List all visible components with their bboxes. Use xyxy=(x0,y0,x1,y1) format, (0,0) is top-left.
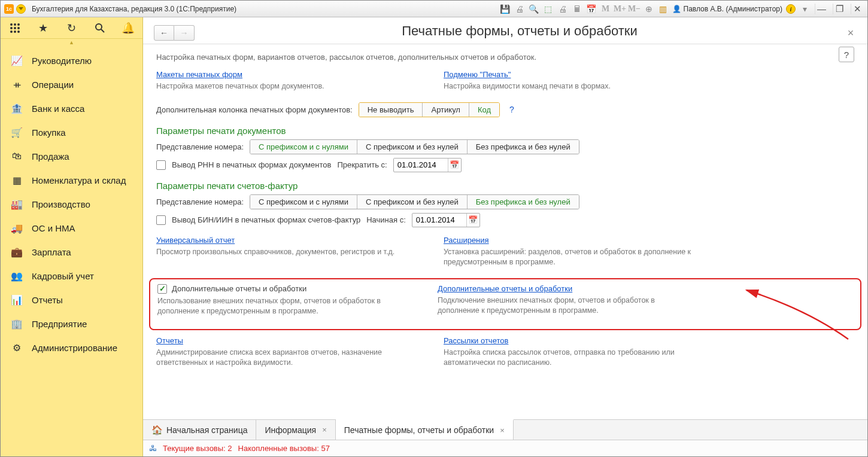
panels-icon[interactable]: ▥ xyxy=(658,4,669,14)
date-stop-from: 📅 xyxy=(393,158,462,172)
sidebar-item-manager[interactable]: 📈Руководителю xyxy=(1,48,142,72)
addcol-segmented: Не выводить Артикул Код xyxy=(359,102,500,117)
window-restore[interactable]: ❐ xyxy=(833,4,846,14)
info-icon[interactable]: i xyxy=(786,4,796,14)
current-user[interactable]: 👤 Павлов А.В. (Администратор) xyxy=(672,5,783,13)
tab-info[interactable]: Информация × xyxy=(256,420,335,440)
nav-back-button[interactable]: ← xyxy=(154,25,174,41)
checkbox-additional-reports-label: Дополнительные отчеты и обработки xyxy=(172,284,306,293)
addcol-help[interactable]: ? xyxy=(509,105,514,114)
repr-sf-opt2[interactable]: С префиксом и без нулей xyxy=(357,195,468,209)
tab-info-close[interactable]: × xyxy=(322,425,327,434)
sidebar-collapse-handle[interactable]: ▲ xyxy=(1,39,142,46)
calc-icon[interactable]: 🖩 xyxy=(572,4,582,14)
star-icon[interactable]: ★ xyxy=(36,21,50,35)
calendar-picker-icon[interactable]: 📅 xyxy=(448,159,461,172)
sidebar-item-purchase[interactable]: 🛒Покупка xyxy=(1,120,142,144)
addcol-opt-article[interactable]: Артикул xyxy=(423,103,469,117)
window-title: Бухгалтерия для Казахстана, редакция 3.0… xyxy=(32,5,236,13)
addcol-opt-none[interactable]: Не выводить xyxy=(359,103,423,117)
sidebar-item-label: Продажа xyxy=(32,151,69,162)
sidebar-item-assets[interactable]: 🚚ОС и НМА xyxy=(1,216,142,240)
tab-info-label: Информация xyxy=(265,425,316,435)
sidebar-item-admin[interactable]: ⚙Администрирование xyxy=(1,336,142,359)
addcol-opt-code[interactable]: Код xyxy=(469,103,499,117)
bank-icon: 🏦 xyxy=(10,102,23,114)
tab-home[interactable]: 🏠 Начальная страница xyxy=(143,420,256,440)
help-button[interactable]: ? xyxy=(839,47,854,62)
tab-current[interactable]: Печатные формы, отчеты и обработки × xyxy=(336,419,514,440)
link-print-submenu[interactable]: Подменю "Печать" xyxy=(444,70,511,79)
sidebar-item-sale[interactable]: 🛍Продажа xyxy=(1,144,142,168)
bell-icon[interactable]: 🔔 xyxy=(121,21,135,35)
sidebar-item-label: Банк и касса xyxy=(32,103,84,114)
print2-icon[interactable]: 🖨 xyxy=(557,4,568,14)
sidebar-item-production[interactable]: 🏭Производство xyxy=(1,192,142,216)
repr-docs-segmented: С префиксом и с нулями С префиксом и без… xyxy=(250,139,579,154)
calendar-icon[interactable]: 📅 xyxy=(586,4,597,14)
search-icon[interactable] xyxy=(93,21,107,35)
user-name: Павлов А.В. (Администратор) xyxy=(684,5,783,13)
addcol-label: Дополнительная колонка печатных форм док… xyxy=(156,105,353,114)
svg-point-6 xyxy=(10,31,13,33)
zoom-icon[interactable]: ⊕ xyxy=(644,4,654,14)
people-icon: 👥 xyxy=(10,270,23,282)
window-minimize[interactable]: — xyxy=(815,4,828,14)
page-description: Настройка печатных форм, вариантов отчет… xyxy=(156,53,854,62)
compare-icon[interactable]: ⬚ xyxy=(543,4,554,14)
page-title: Печатные формы, отчеты и обработки xyxy=(195,22,845,44)
preview-icon[interactable]: 🔍 xyxy=(529,4,539,14)
sidebar-item-salary[interactable]: 💼Зарплата xyxy=(1,240,142,264)
m-minus-icon[interactable]: M− xyxy=(629,4,640,14)
link-additional-reports[interactable]: Дополнительные отчеты и обработки xyxy=(438,284,572,293)
grid-icon[interactable] xyxy=(8,21,22,35)
m-icon[interactable]: M xyxy=(600,4,611,14)
link-universal-report[interactable]: Универсальный отчет xyxy=(156,236,235,245)
titlebar: 1c Бухгалтерия для Казахстана, редакция … xyxy=(1,1,867,17)
gear-icon: ⚙ xyxy=(10,342,23,354)
sidebar-item-label: Покупка xyxy=(32,127,66,138)
link-print-layouts[interactable]: Макеты печатных форм xyxy=(156,70,242,79)
date-stop-from-input[interactable] xyxy=(394,159,448,171)
page-close-button[interactable]: × xyxy=(845,27,857,39)
status-bar: 🖧 Текущие вызовы: 2 Накопленные вызовы: … xyxy=(143,440,867,456)
sidebar-item-reports[interactable]: 📊Отчеты xyxy=(1,288,142,312)
calendar-picker-icon[interactable]: 📅 xyxy=(466,214,479,227)
link-mailings[interactable]: Рассылки отчетов xyxy=(444,336,508,345)
link-extensions[interactable]: Расширения xyxy=(444,236,489,245)
dropdown-icon[interactable]: ▾ xyxy=(799,4,810,14)
tab-current-label: Печатные формы, отчеты и обработки xyxy=(344,425,494,435)
window-close[interactable]: ✕ xyxy=(851,4,864,14)
repr-docs-opt3[interactable]: Без префикса и без нулей xyxy=(468,140,579,154)
checkbox-bin[interactable] xyxy=(156,215,166,225)
repr-sf-opt1[interactable]: С префиксом и с нулями xyxy=(250,195,357,209)
m-plus-icon[interactable]: M+ xyxy=(615,4,626,14)
sidebar-item-label: Зарплата xyxy=(32,247,71,257)
save-icon[interactable]: 💾 xyxy=(500,4,511,14)
tree-icon: ᚑ xyxy=(10,78,23,90)
sidebar-item-enterprise[interactable]: 🏢Предприятие xyxy=(1,312,142,336)
checkbox-additional-reports[interactable] xyxy=(157,284,167,294)
date-start-from-input[interactable] xyxy=(412,214,466,226)
sidebar-item-label: Номенклатура и склад xyxy=(32,175,126,185)
start-from-label: Начиная с: xyxy=(366,215,406,224)
print-icon[interactable]: 🖨 xyxy=(514,4,525,14)
nav-buttons: ← → xyxy=(154,25,195,41)
tab-current-close[interactable]: × xyxy=(500,426,505,435)
repr-docs-opt2[interactable]: С префиксом и без нулей xyxy=(357,140,468,154)
nav-forward-button[interactable]: → xyxy=(174,25,195,41)
sidebar-item-stock[interactable]: ▦Номенклатура и склад xyxy=(1,168,142,192)
sidebar-item-operations[interactable]: ᚑОперации xyxy=(1,72,142,96)
checkbox-rnn[interactable] xyxy=(156,160,166,170)
svg-point-3 xyxy=(10,27,13,29)
sidebar-item-bank[interactable]: 🏦Банк и касса xyxy=(1,96,142,120)
app-menu-dropdown[interactable] xyxy=(16,4,26,14)
sidebar-item-label: Кадровый учет xyxy=(32,271,94,281)
history-icon[interactable]: ↻ xyxy=(64,21,78,35)
stop-from-label: Прекратить с: xyxy=(337,160,387,169)
link-print-submenu-desc: Настройка видимости команд печати в форм… xyxy=(444,81,707,92)
link-reports[interactable]: Отчеты xyxy=(156,336,183,345)
repr-sf-opt3[interactable]: Без префикса и без нулей xyxy=(468,195,579,209)
repr-docs-opt1[interactable]: С префиксом и с нулями xyxy=(250,140,357,154)
sidebar-item-hr[interactable]: 👥Кадровый учет xyxy=(1,264,142,288)
